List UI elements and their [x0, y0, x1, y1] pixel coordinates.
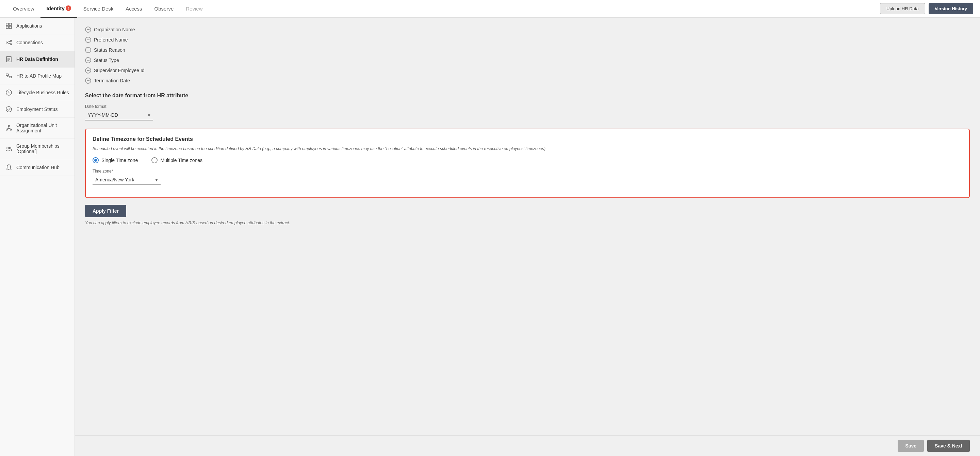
- svg-point-20: [6, 106, 11, 112]
- connections-icon: [5, 39, 12, 46]
- date-format-label: Date format: [85, 104, 970, 109]
- svg-point-27: [7, 147, 9, 149]
- main-content: Organization Name Preferred Name Status …: [75, 18, 980, 456]
- svg-point-23: [10, 129, 11, 130]
- tab-identity[interactable]: Identity !: [40, 0, 77, 18]
- bottom-action-bar: Save Save & Next: [75, 435, 980, 456]
- timezone-select[interactable]: America/New York America/Chicago America…: [92, 175, 161, 185]
- date-format-title: Select the date format from HR attribute: [85, 92, 970, 99]
- attr-icon: [85, 47, 91, 53]
- attr-icon: [85, 67, 91, 73]
- attr-item-org-name: Organization Name: [85, 24, 970, 35]
- radio-circle-single: [92, 157, 99, 163]
- nav-actions: Upload HR Data Version History: [880, 3, 973, 14]
- svg-rect-3: [9, 26, 11, 29]
- timezone-select-wrap: America/New York America/Chicago America…: [92, 175, 161, 185]
- attr-icon: [85, 37, 91, 43]
- check-icon: [5, 106, 12, 113]
- date-format-select-wrap: YYYY-MM-DD MM-DD-YYYY DD-MM-YYYY MM/DD/Y…: [85, 110, 153, 121]
- timezone-description: Scheduled event will be executed in the …: [92, 146, 962, 152]
- svg-line-30: [8, 170, 9, 170]
- org-icon: [5, 124, 12, 131]
- svg-rect-14: [9, 76, 11, 78]
- svg-line-26: [9, 128, 11, 129]
- svg-line-25: [7, 128, 9, 129]
- svg-point-5: [10, 40, 11, 41]
- timezone-radio-group: Single Time zone Multiple Time zones: [92, 157, 962, 163]
- tab-observe[interactable]: Observe: [148, 0, 180, 18]
- attr-icon: [85, 57, 91, 63]
- svg-point-6: [10, 44, 11, 45]
- sidebar-item-lifecycle-business-rules[interactable]: Lifecycle Business Rules: [0, 84, 75, 101]
- svg-line-7: [8, 41, 10, 42]
- group-icon: [5, 145, 12, 152]
- timezone-label: Time zone*: [92, 169, 962, 173]
- main-layout: Applications Connections: [0, 18, 980, 456]
- top-navigation: Overview Identity ! Service Desk Access …: [0, 0, 980, 18]
- attr-item-termination-date: Termination Date: [85, 76, 970, 86]
- date-format-section: Select the date format from HR attribute…: [85, 92, 970, 121]
- sidebar-item-connections[interactable]: Connections: [0, 34, 75, 51]
- svg-point-22: [6, 129, 8, 130]
- svg-line-19: [9, 92, 10, 93]
- attr-item-status-reason: Status Reason: [85, 45, 970, 55]
- svg-rect-1: [9, 23, 11, 25]
- date-format-select[interactable]: YYYY-MM-DD MM-DD-YYYY DD-MM-YYYY MM/DD/Y…: [85, 110, 153, 121]
- tab-review: Review: [180, 0, 208, 18]
- save-button[interactable]: Save: [898, 440, 924, 452]
- attr-icon: [85, 78, 91, 84]
- identity-badge: !: [66, 5, 71, 11]
- nav-tabs: Overview Identity ! Service Desk Access …: [7, 0, 880, 18]
- sidebar: Applications Connections: [0, 18, 75, 456]
- bell-icon: [5, 164, 12, 171]
- radio-circle-multiple: [151, 157, 158, 163]
- svg-point-21: [8, 125, 10, 127]
- tab-overview[interactable]: Overview: [7, 0, 40, 18]
- svg-rect-13: [6, 74, 8, 76]
- radio-single-timezone[interactable]: Single Time zone: [92, 157, 138, 163]
- grid-icon: [5, 22, 12, 29]
- timezone-select-group: Time zone* America/New York America/Chic…: [92, 169, 962, 185]
- apply-filter-section: Apply Filter You can apply filters to ex…: [85, 205, 970, 225]
- tab-service-desk[interactable]: Service Desk: [77, 0, 119, 18]
- filter-description: You can apply filters to exclude employe…: [85, 221, 970, 225]
- profile-map-icon: [5, 73, 12, 79]
- sidebar-item-employment-status[interactable]: Employment Status: [0, 101, 75, 118]
- sidebar-item-communication-hub[interactable]: Communication Hub: [0, 159, 75, 176]
- radio-multiple-timezone[interactable]: Multiple Time zones: [151, 157, 202, 163]
- svg-rect-0: [6, 23, 8, 25]
- svg-point-4: [6, 42, 8, 43]
- attr-icon: [85, 27, 91, 33]
- attr-item-supervisor-id: Supervisor Employee Id: [85, 65, 970, 76]
- tab-access[interactable]: Access: [119, 0, 148, 18]
- timezone-section: Define Timezone for Scheduled Events Sch…: [85, 129, 970, 198]
- apply-filter-button[interactable]: Apply Filter: [85, 205, 126, 217]
- attr-item-preferred-name: Preferred Name: [85, 35, 970, 45]
- sidebar-item-group-memberships[interactable]: Group Memberships [Optional]: [0, 138, 75, 159]
- svg-rect-2: [6, 26, 8, 29]
- sidebar-item-applications[interactable]: Applications: [0, 18, 75, 34]
- sidebar-item-hr-to-ad-profile-map[interactable]: HR to AD Profile Map: [0, 68, 75, 84]
- timezone-title: Define Timezone for Scheduled Events: [92, 136, 962, 142]
- sidebar-item-org-unit-assignment[interactable]: Organizational Unit Assignment: [0, 118, 75, 138]
- version-history-button[interactable]: Version History: [929, 3, 973, 14]
- hr-data-icon: [5, 56, 12, 63]
- date-format-group: Date format YYYY-MM-DD MM-DD-YYYY DD-MM-…: [85, 104, 970, 121]
- attr-item-status-type: Status Type: [85, 55, 970, 65]
- attribute-list: Organization Name Preferred Name Status …: [85, 24, 970, 86]
- rules-icon: [5, 89, 12, 96]
- sidebar-item-hr-data-definition[interactable]: HR Data Definition: [0, 51, 75, 68]
- upload-hr-data-button[interactable]: Upload HR Data: [880, 3, 925, 14]
- save-next-button[interactable]: Save & Next: [927, 440, 970, 452]
- svg-line-8: [8, 43, 10, 44]
